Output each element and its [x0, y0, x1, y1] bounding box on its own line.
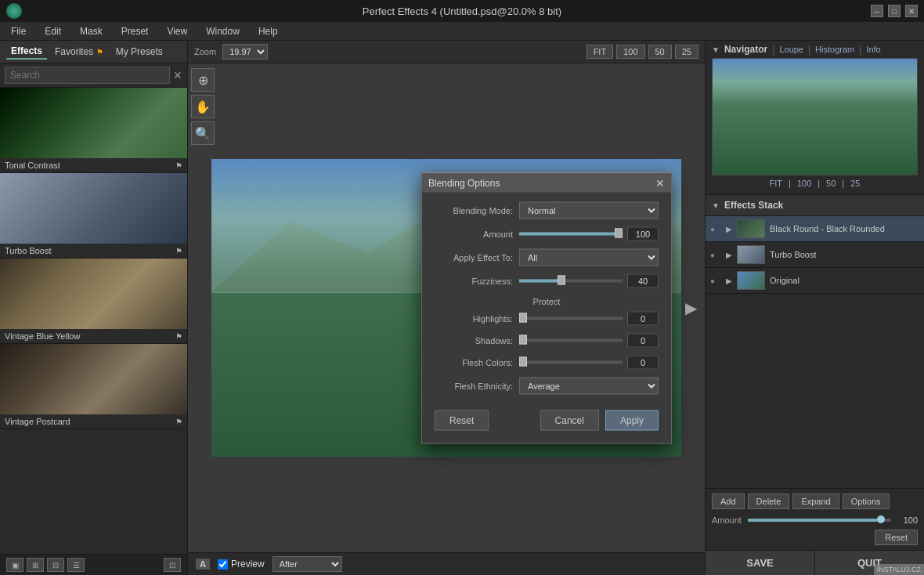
flag-icon-vp: ⚑: [175, 418, 182, 426]
close-button[interactable]: ✕: [905, 5, 918, 17]
blend-fuzziness-value[interactable]: 40: [627, 274, 659, 288]
stack-delete-button[interactable]: Delete: [748, 494, 790, 509]
blend-flesh-ethnicity-select[interactable]: Average Light Medium Dark: [519, 378, 659, 395]
preview-checkbox[interactable]: [218, 559, 228, 570]
protect-section: Protect: [435, 296, 659, 307]
tab-effects[interactable]: Effects: [6, 44, 47, 60]
stack-expand-button[interactable]: Expand: [792, 494, 839, 509]
main-layout: Effects Favorites ⚑ My Presets ✕ Tonal C…: [0, 41, 924, 575]
zoom-tool-button[interactable]: 🔍: [191, 121, 215, 145]
blend-close-button[interactable]: ✕: [655, 177, 665, 190]
list-item[interactable]: Vintage Blue Yellow ⚑: [0, 259, 187, 344]
menu-preset[interactable]: Preset: [117, 24, 153, 38]
stack-name-black-round: Black Round - Black Rounded: [770, 224, 919, 233]
nav-zoom-fit[interactable]: FIT: [770, 179, 783, 188]
zoom-100-button[interactable]: 100: [616, 45, 644, 59]
list-item[interactable]: Vintage Postcard ⚑: [0, 344, 187, 429]
blend-amount-value[interactable]: 100: [627, 227, 659, 241]
canvas-area: ⊕ ✋ 🔍: [188, 63, 705, 552]
view-list-button[interactable]: ☰: [67, 558, 85, 572]
nav-separator1: |: [772, 44, 774, 55]
thumb-image: [0, 88, 187, 158]
visibility-icon-turbo: ●: [710, 251, 721, 259]
hand-tool-button[interactable]: ✋: [191, 95, 215, 118]
search-input[interactable]: [5, 67, 170, 84]
menu-file[interactable]: File: [6, 24, 31, 38]
blend-titlebar: Blending Options ✕: [422, 174, 671, 193]
zoom-50-button[interactable]: 50: [648, 45, 672, 59]
blend-shadows-slider[interactable]: [519, 339, 623, 342]
blend-highlights-slider[interactable]: [519, 317, 623, 320]
maximize-button[interactable]: □: [888, 5, 901, 17]
effect-thumb-tonal: [0, 88, 187, 158]
menu-view[interactable]: View: [162, 24, 192, 38]
blend-highlights-value[interactable]: 0: [627, 312, 659, 326]
view-single-button[interactable]: ▣: [6, 558, 23, 572]
visibility-icon-original: ●: [710, 277, 721, 285]
blend-fuzziness-slider[interactable]: [519, 280, 623, 283]
view-grid3-button[interactable]: ⊟: [47, 558, 64, 572]
nav-loupe-link[interactable]: Loupe: [779, 45, 803, 54]
effect-label-turbo: Turbo Boost ⚑: [0, 244, 187, 258]
left-panel: Effects Favorites ⚑ My Presets ✕ Tonal C…: [0, 41, 188, 575]
blend-shadows-value[interactable]: 0: [627, 334, 659, 348]
menu-help[interactable]: Help: [254, 24, 283, 38]
menu-edit[interactable]: Edit: [40, 24, 66, 38]
blend-flesh-colors-slider[interactable]: [519, 361, 623, 364]
list-item[interactable]: Turbo Boost ⚑: [0, 173, 187, 259]
menu-mask[interactable]: Mask: [75, 24, 107, 38]
nav-zoom-25[interactable]: 25: [850, 179, 860, 188]
view-grid2-button[interactable]: ⊞: [27, 558, 44, 572]
stack-item-original[interactable]: ● ▶ Original: [706, 268, 924, 294]
canvas-right-arrow[interactable]: ▶: [685, 298, 697, 317]
amount-row: Amount 100: [712, 515, 918, 525]
nav-zoom-100[interactable]: 100: [797, 179, 811, 188]
amount-value: 100: [897, 515, 918, 525]
stack-item-turbo[interactable]: ● ▶ Turbo Boost: [706, 242, 924, 268]
blend-mode-select[interactable]: Normal Multiply Screen Overlay: [519, 202, 659, 219]
stack-options-button[interactable]: Options: [843, 494, 890, 509]
stack-item-black-round[interactable]: ● ▶ Black Round - Black Rounded: [706, 216, 924, 242]
blend-apply-button[interactable]: Apply: [605, 410, 659, 431]
effect-thumb-vp: [0, 344, 187, 414]
stack-title: Effects Stack: [724, 200, 783, 211]
blend-flesh-colors-value[interactable]: 0: [627, 356, 659, 370]
blend-shadows-label: Shadows:: [435, 336, 513, 345]
stack-add-button[interactable]: Add: [712, 494, 745, 509]
options-icon-black-round[interactable]: ▶: [726, 225, 732, 233]
crosshair-tool-button[interactable]: ⊕: [191, 68, 215, 92]
save-button[interactable]: SAVE: [706, 551, 815, 575]
center-panel: Zoom 19.97 25 50 100 FIT 100 50 25 ⊕ ✋ 🔍: [188, 41, 705, 575]
blend-amount-slider[interactable]: [519, 233, 623, 236]
nav-histogram-link[interactable]: Histogram: [815, 45, 854, 54]
tab-my-presets[interactable]: My Presets: [111, 45, 168, 59]
minimize-button[interactable]: –: [871, 5, 883, 17]
blend-amount-label: Amount: [435, 230, 513, 239]
list-item[interactable]: Tonal Contrast ⚑: [0, 88, 187, 173]
blend-title: Blending Options: [428, 178, 500, 189]
search-clear-button[interactable]: ✕: [173, 69, 182, 81]
aa-label: A: [196, 559, 210, 570]
amount-slider[interactable]: [748, 519, 891, 522]
zoom-25-button[interactable]: 25: [675, 45, 698, 59]
tab-favorites[interactable]: Favorites ⚑: [50, 45, 108, 59]
blend-apply-effect-select[interactable]: All Highlights Midtones Shadows: [519, 249, 659, 266]
blend-cancel-button[interactable]: Cancel: [540, 410, 599, 431]
stack-toggle-button[interactable]: ▼: [712, 201, 720, 210]
options-icon-original[interactable]: ▶: [726, 277, 732, 285]
zoom-select[interactable]: 19.97 25 50 100: [222, 44, 268, 60]
thumb-image: [0, 259, 187, 329]
zoom-fit-button[interactable]: FIT: [587, 45, 614, 59]
stack-reset-button[interactable]: Reset: [875, 530, 918, 545]
nav-info-link[interactable]: Info: [866, 45, 880, 54]
menu-window[interactable]: Window: [201, 24, 244, 38]
view-expand-button[interactable]: ⊡: [164, 558, 181, 572]
options-icon-turbo[interactable]: ▶: [726, 251, 732, 259]
nav-zoom-50[interactable]: 50: [826, 179, 836, 188]
blend-flesh-ethnicity-label: Flesh Ethnicity:: [435, 382, 513, 391]
blend-highlights-row: Highlights: 0: [435, 312, 659, 326]
after-select[interactable]: After Before Before/After: [273, 556, 342, 572]
nav-toggle-button[interactable]: ▼: [712, 45, 720, 54]
canvas-tools: ⊕ ✋ 🔍: [188, 63, 218, 150]
blend-reset-button[interactable]: Reset: [435, 410, 489, 431]
